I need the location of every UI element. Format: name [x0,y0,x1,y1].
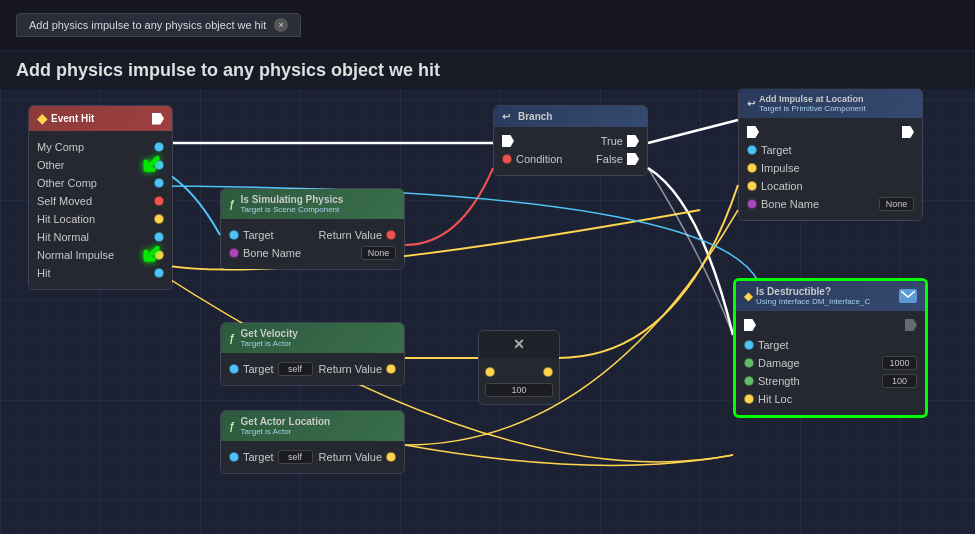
add-impulse-bone-pin[interactable] [747,199,757,209]
is-dest-damage-row: Damage 1000 [744,355,917,371]
get-velocity-body: Target self Return Value [221,353,404,385]
title-tab-label: Add physics impulse to any physics objec… [29,19,266,31]
add-impulse-target-row: Target [747,142,914,158]
is-sim-target-row: Target Return Value [229,227,396,243]
get-actor-location-return-pin[interactable] [386,452,396,462]
is-dest-target-row: Target [744,337,917,353]
get-velocity-return-pin[interactable] [386,364,396,374]
branch-exec-in [502,135,514,147]
is-dest-hitloc-pin[interactable] [744,394,754,404]
is-sim-bone-row: Bone Name None [229,245,396,261]
is-sim-return-pin[interactable] [386,230,396,240]
is-dest-damage-value[interactable]: 1000 [882,356,917,370]
get-actor-location-body: Target self Return Value [221,441,404,473]
get-actor-location-target-row: Target self Return Value [229,449,396,465]
get-velocity-header: ƒ Get Velocity Target is Actor [221,323,404,353]
get-velocity-target-value[interactable]: self [278,362,313,376]
email-icon [899,289,917,303]
multiply-body: 100 [479,358,559,404]
add-impulse-exec-out[interactable] [902,126,914,138]
multiply-value-row: 100 [485,382,553,398]
pin-row-hit: Hit [37,265,164,281]
title-tab[interactable]: Add physics impulse to any physics objec… [16,13,301,37]
is-destructible-node[interactable]: ◆ Is Destructible? Using Interface DM_In… [733,278,928,418]
event-hit-header: ◆ Event Hit [29,106,172,131]
multiply-inputs [485,364,553,380]
get-velocity-target-row: Target self Return Value [229,361,396,377]
branch-false-pin[interactable] [627,153,639,165]
add-impulse-header: ↩ Add Impulse at Location Target is Prim… [739,89,922,118]
add-impulse-node[interactable]: ↩ Add Impulse at Location Target is Prim… [738,88,923,221]
is-dest-exec-out[interactable] [905,319,917,331]
close-button[interactable]: × [274,18,288,32]
get-velocity-target-pin[interactable] [229,364,239,374]
multiply-value[interactable]: 100 [485,383,553,397]
is-simulating-node[interactable]: ƒ Is Simulating Physics Target is Scene … [220,188,405,270]
pin-mycomp[interactable] [154,142,164,152]
branch-exec-row: True [502,133,639,149]
is-dest-target-pin[interactable] [744,340,754,350]
branch-body: True Condition False [494,127,647,175]
is-dest-strength-row: Strength 100 [744,373,917,389]
get-actor-location-target-pin[interactable] [229,452,239,462]
add-impulse-location-pin[interactable] [747,181,757,191]
is-sim-bone-pin[interactable] [229,248,239,258]
main-heading: Add physics impulse to any physics objec… [0,52,975,89]
add-impulse-target-pin[interactable] [747,145,757,155]
is-dest-exec-in [744,319,756,331]
branch-true-pin[interactable] [627,135,639,147]
get-velocity-node[interactable]: ƒ Get Velocity Target is Actor Target se… [220,322,405,386]
multiply-header: × [479,331,559,358]
branch-condition-pin[interactable] [502,154,512,164]
add-impulse-body: Target Impulse Location Bone Name None [739,118,922,220]
is-dest-strength-pin[interactable] [744,376,754,386]
title-bar: Add physics impulse to any physics objec… [0,0,975,50]
is-dest-exec-row [744,317,917,333]
is-destructible-body: Target Damage 1000 Strength 100 Hit Loc [736,311,925,415]
add-impulse-exec-row [747,124,914,140]
is-dest-strength-value[interactable]: 100 [882,374,917,388]
get-actor-location-header: ƒ Get Actor Location Target is Actor [221,411,404,441]
multiply-in1[interactable] [485,367,495,377]
is-simulating-header: ƒ Is Simulating Physics Target is Scene … [221,189,404,219]
add-impulse-exec-in [747,126,759,138]
branch-header: ↩ Branch [494,106,647,127]
pin-row-othercomp: Other Comp [37,175,164,191]
get-actor-location-node[interactable]: ƒ Get Actor Location Target is Actor Tar… [220,410,405,474]
pin-row-hitlocation: Hit Location [37,211,164,227]
is-simulating-body: Target Return Value Bone Name None [221,219,404,269]
pin-selfmoved[interactable] [154,196,164,206]
is-sim-bone-value[interactable]: None [361,246,396,260]
branch-condition-row: Condition False [502,151,639,167]
pin-hitnormal[interactable] [154,232,164,242]
add-impulse-impulse-pin[interactable] [747,163,757,173]
pin-row-selfmoved: Self Moved [37,193,164,209]
branch-node[interactable]: ↩ Branch True Condition False [493,105,648,176]
is-dest-damage-pin[interactable] [744,358,754,368]
is-sim-target-pin[interactable] [229,230,239,240]
add-impulse-impulse-row: Impulse [747,160,914,176]
pin-hitlocation[interactable] [154,214,164,224]
get-actor-location-target-value[interactable]: self [278,450,313,464]
add-impulse-bone-value[interactable]: None [879,197,914,211]
is-destructible-header: ◆ Is Destructible? Using Interface DM_In… [736,281,925,311]
add-impulse-bone-row: Bone Name None [747,196,914,212]
multiply-out[interactable] [543,367,553,377]
is-dest-hitloc-row: Hit Loc [744,391,917,407]
add-impulse-location-row: Location [747,178,914,194]
multiply-node[interactable]: × 100 [478,330,560,405]
